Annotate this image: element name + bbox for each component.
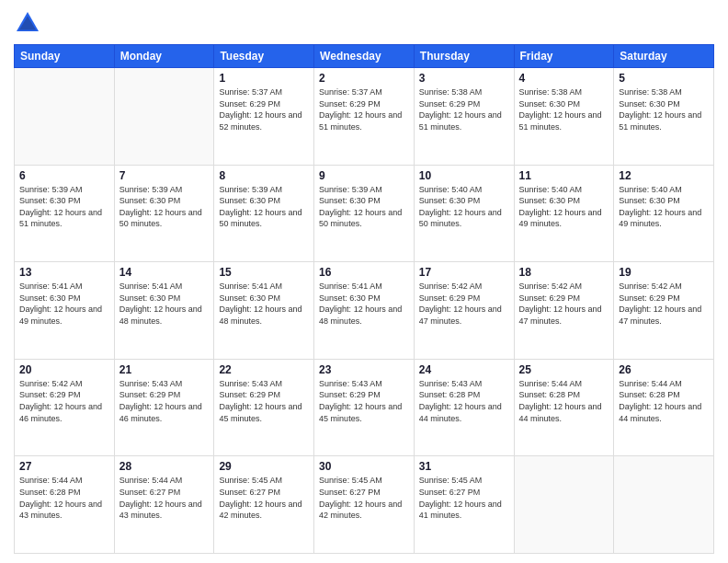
calendar-cell: 7Sunrise: 5:39 AM Sunset: 6:30 PM Daylig… bbox=[114, 165, 214, 262]
calendar-cell: 17Sunrise: 5:42 AM Sunset: 6:29 PM Dayli… bbox=[414, 262, 514, 360]
day-number: 19 bbox=[619, 266, 709, 279]
calendar-cell: 11Sunrise: 5:40 AM Sunset: 6:30 PM Dayli… bbox=[514, 165, 614, 262]
calendar-cell: 18Sunrise: 5:42 AM Sunset: 6:29 PM Dayli… bbox=[514, 262, 614, 360]
calendar-cell: 21Sunrise: 5:43 AM Sunset: 6:29 PM Dayli… bbox=[114, 359, 214, 456]
day-info: Sunrise: 5:40 AM Sunset: 6:30 PM Dayligh… bbox=[619, 184, 709, 230]
day-info: Sunrise: 5:44 AM Sunset: 6:28 PM Dayligh… bbox=[519, 378, 609, 424]
day-number: 11 bbox=[519, 169, 609, 182]
day-info: Sunrise: 5:43 AM Sunset: 6:28 PM Dayligh… bbox=[419, 378, 509, 424]
day-info: Sunrise: 5:38 AM Sunset: 6:30 PM Dayligh… bbox=[619, 86, 709, 132]
day-info: Sunrise: 5:39 AM Sunset: 6:30 PM Dayligh… bbox=[19, 184, 109, 230]
day-info: Sunrise: 5:40 AM Sunset: 6:30 PM Dayligh… bbox=[519, 184, 609, 230]
day-info: Sunrise: 5:42 AM Sunset: 6:29 PM Dayligh… bbox=[19, 378, 109, 424]
calendar-cell bbox=[15, 68, 115, 166]
day-number: 8 bbox=[219, 169, 309, 182]
calendar-cell: 28Sunrise: 5:44 AM Sunset: 6:27 PM Dayli… bbox=[114, 456, 214, 554]
calendar-cell: 22Sunrise: 5:43 AM Sunset: 6:29 PM Dayli… bbox=[214, 359, 314, 456]
weekday-header-saturday: Saturday bbox=[614, 45, 714, 68]
day-number: 14 bbox=[119, 266, 210, 279]
calendar-cell: 24Sunrise: 5:43 AM Sunset: 6:28 PM Dayli… bbox=[414, 359, 514, 456]
day-number: 31 bbox=[419, 460, 509, 473]
day-number: 1 bbox=[219, 72, 309, 85]
calendar-week-4: 20Sunrise: 5:42 AM Sunset: 6:29 PM Dayli… bbox=[15, 359, 714, 456]
day-info: Sunrise: 5:39 AM Sunset: 6:30 PM Dayligh… bbox=[119, 184, 210, 230]
day-info: Sunrise: 5:44 AM Sunset: 6:27 PM Dayligh… bbox=[119, 475, 210, 521]
calendar-cell: 5Sunrise: 5:38 AM Sunset: 6:30 PM Daylig… bbox=[614, 68, 714, 166]
day-info: Sunrise: 5:45 AM Sunset: 6:27 PM Dayligh… bbox=[419, 475, 509, 521]
day-number: 15 bbox=[219, 266, 309, 279]
weekday-header-sunday: Sunday bbox=[15, 45, 115, 68]
day-number: 26 bbox=[619, 363, 709, 376]
day-number: 27 bbox=[19, 460, 109, 473]
day-number: 6 bbox=[19, 169, 109, 182]
day-number: 24 bbox=[419, 363, 509, 376]
day-number: 12 bbox=[619, 169, 709, 182]
calendar-cell: 10Sunrise: 5:40 AM Sunset: 6:30 PM Dayli… bbox=[414, 165, 514, 262]
calendar-cell: 13Sunrise: 5:41 AM Sunset: 6:30 PM Dayli… bbox=[15, 262, 115, 360]
calendar-cell: 3Sunrise: 5:38 AM Sunset: 6:29 PM Daylig… bbox=[414, 68, 514, 166]
weekday-header-wednesday: Wednesday bbox=[314, 45, 415, 68]
day-number: 2 bbox=[319, 72, 409, 85]
day-info: Sunrise: 5:38 AM Sunset: 6:30 PM Dayligh… bbox=[519, 86, 609, 132]
day-info: Sunrise: 5:43 AM Sunset: 6:29 PM Dayligh… bbox=[219, 378, 309, 424]
day-number: 25 bbox=[519, 363, 609, 376]
day-number: 10 bbox=[419, 169, 509, 182]
day-number: 17 bbox=[419, 266, 509, 279]
calendar-cell: 26Sunrise: 5:44 AM Sunset: 6:28 PM Dayli… bbox=[614, 359, 714, 456]
day-info: Sunrise: 5:42 AM Sunset: 6:29 PM Dayligh… bbox=[519, 281, 609, 327]
day-number: 9 bbox=[319, 169, 409, 182]
day-info: Sunrise: 5:41 AM Sunset: 6:30 PM Dayligh… bbox=[19, 281, 109, 327]
calendar-cell: 16Sunrise: 5:41 AM Sunset: 6:30 PM Dayli… bbox=[314, 262, 415, 360]
calendar-cell bbox=[114, 68, 214, 166]
day-info: Sunrise: 5:45 AM Sunset: 6:27 PM Dayligh… bbox=[319, 475, 409, 521]
day-number: 7 bbox=[119, 169, 210, 182]
day-info: Sunrise: 5:40 AM Sunset: 6:30 PM Dayligh… bbox=[419, 184, 509, 230]
calendar-cell: 30Sunrise: 5:45 AM Sunset: 6:27 PM Dayli… bbox=[314, 456, 415, 554]
day-number: 23 bbox=[319, 363, 409, 376]
calendar-cell: 12Sunrise: 5:40 AM Sunset: 6:30 PM Dayli… bbox=[614, 165, 714, 262]
calendar-cell: 19Sunrise: 5:42 AM Sunset: 6:29 PM Dayli… bbox=[614, 262, 714, 360]
calendar-cell: 9Sunrise: 5:39 AM Sunset: 6:30 PM Daylig… bbox=[314, 165, 415, 262]
calendar-cell: 31Sunrise: 5:45 AM Sunset: 6:27 PM Dayli… bbox=[414, 456, 514, 554]
day-number: 29 bbox=[219, 460, 309, 473]
day-info: Sunrise: 5:41 AM Sunset: 6:30 PM Dayligh… bbox=[219, 281, 309, 327]
logo-icon bbox=[14, 9, 41, 37]
calendar-cell: 2Sunrise: 5:37 AM Sunset: 6:29 PM Daylig… bbox=[314, 68, 415, 166]
day-number: 5 bbox=[619, 72, 709, 85]
page: SundayMondayTuesdayWednesdayThursdayFrid… bbox=[0, 0, 728, 563]
day-info: Sunrise: 5:44 AM Sunset: 6:28 PM Dayligh… bbox=[619, 378, 709, 424]
calendar-cell: 29Sunrise: 5:45 AM Sunset: 6:27 PM Dayli… bbox=[214, 456, 314, 554]
day-number: 30 bbox=[319, 460, 409, 473]
weekday-header-tuesday: Tuesday bbox=[214, 45, 314, 68]
calendar-week-5: 27Sunrise: 5:44 AM Sunset: 6:28 PM Dayli… bbox=[15, 456, 714, 554]
calendar-week-1: 1Sunrise: 5:37 AM Sunset: 6:29 PM Daylig… bbox=[15, 68, 714, 166]
day-number: 28 bbox=[119, 460, 210, 473]
calendar-cell: 6Sunrise: 5:39 AM Sunset: 6:30 PM Daylig… bbox=[15, 165, 115, 262]
day-number: 13 bbox=[19, 266, 109, 279]
weekday-header-row: SundayMondayTuesdayWednesdayThursdayFrid… bbox=[15, 45, 714, 68]
calendar-cell: 27Sunrise: 5:44 AM Sunset: 6:28 PM Dayli… bbox=[15, 456, 115, 554]
calendar-week-3: 13Sunrise: 5:41 AM Sunset: 6:30 PM Dayli… bbox=[15, 262, 714, 360]
day-info: Sunrise: 5:45 AM Sunset: 6:27 PM Dayligh… bbox=[219, 475, 309, 521]
day-info: Sunrise: 5:39 AM Sunset: 6:30 PM Dayligh… bbox=[319, 184, 409, 230]
day-info: Sunrise: 5:43 AM Sunset: 6:29 PM Dayligh… bbox=[119, 378, 210, 424]
calendar-cell bbox=[514, 456, 614, 554]
calendar-table: SundayMondayTuesdayWednesdayThursdayFrid… bbox=[14, 44, 714, 554]
calendar-cell: 15Sunrise: 5:41 AM Sunset: 6:30 PM Dayli… bbox=[214, 262, 314, 360]
calendar-cell: 14Sunrise: 5:41 AM Sunset: 6:30 PM Dayli… bbox=[114, 262, 214, 360]
calendar-cell: 20Sunrise: 5:42 AM Sunset: 6:29 PM Dayli… bbox=[15, 359, 115, 456]
calendar-cell: 1Sunrise: 5:37 AM Sunset: 6:29 PM Daylig… bbox=[214, 68, 314, 166]
calendar-cell bbox=[614, 456, 714, 554]
day-info: Sunrise: 5:42 AM Sunset: 6:29 PM Dayligh… bbox=[419, 281, 509, 327]
weekday-header-friday: Friday bbox=[514, 45, 614, 68]
day-info: Sunrise: 5:44 AM Sunset: 6:28 PM Dayligh… bbox=[19, 475, 109, 521]
day-info: Sunrise: 5:43 AM Sunset: 6:29 PM Dayligh… bbox=[319, 378, 409, 424]
day-number: 16 bbox=[319, 266, 409, 279]
day-info: Sunrise: 5:38 AM Sunset: 6:29 PM Dayligh… bbox=[419, 86, 509, 132]
logo bbox=[14, 9, 45, 37]
day-info: Sunrise: 5:39 AM Sunset: 6:30 PM Dayligh… bbox=[219, 184, 309, 230]
weekday-header-monday: Monday bbox=[114, 45, 214, 68]
weekday-header-thursday: Thursday bbox=[414, 45, 514, 68]
day-number: 4 bbox=[519, 72, 609, 85]
header bbox=[14, 9, 714, 37]
